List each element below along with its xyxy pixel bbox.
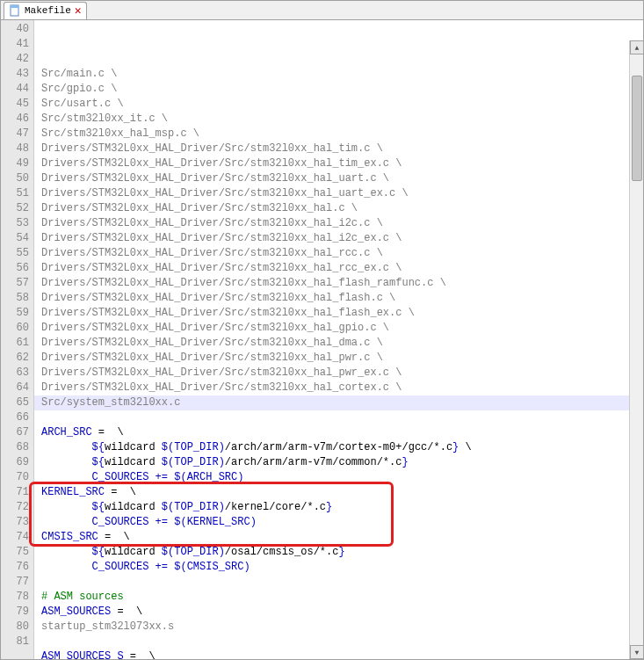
line-number: 42 bbox=[1, 52, 29, 67]
line-number: 72 bbox=[1, 500, 29, 515]
line-number: 67 bbox=[1, 425, 29, 440]
line-number: 54 bbox=[1, 231, 29, 246]
vertical-scrollbar[interactable]: ▲ ▼ bbox=[629, 40, 643, 659]
line-number: 52 bbox=[1, 201, 29, 216]
line-number: 68 bbox=[1, 440, 29, 455]
line-number-gutter: 4041424344454647484950515253545556575859… bbox=[1, 20, 34, 659]
code-line[interactable]: Drivers/STM32L0xx_HAL_Driver/Src/stm32l0… bbox=[41, 336, 643, 351]
line-number: 44 bbox=[1, 82, 29, 97]
close-icon[interactable]: ✕ bbox=[75, 4, 82, 18]
code-line[interactable]: Drivers/STM32L0xx_HAL_Driver/Src/stm32l0… bbox=[41, 261, 643, 276]
code-line[interactable]: Drivers/STM32L0xx_HAL_Driver/Src/stm32l0… bbox=[41, 141, 643, 156]
tab-title: Makefile bbox=[25, 5, 71, 16]
line-number: 53 bbox=[1, 216, 29, 231]
code-line[interactable]: Drivers/STM32L0xx_HAL_Driver/Src/stm32l0… bbox=[41, 321, 643, 336]
line-number: 45 bbox=[1, 97, 29, 112]
code-line[interactable]: ${wildcard $(TOP_DIR)/osal/cmsis_os/*.c} bbox=[41, 545, 643, 560]
code-line[interactable] bbox=[41, 575, 643, 590]
line-number: 63 bbox=[1, 366, 29, 381]
line-number: 76 bbox=[1, 560, 29, 575]
line-number: 62 bbox=[1, 351, 29, 366]
line-number: 50 bbox=[1, 171, 29, 186]
line-number: 49 bbox=[1, 156, 29, 171]
line-number: 74 bbox=[1, 530, 29, 545]
code-line[interactable]: ${wildcard $(TOP_DIR)/arch/arm/arm-v7m/c… bbox=[41, 440, 643, 455]
svg-rect-1 bbox=[11, 5, 18, 8]
line-number: 78 bbox=[1, 590, 29, 605]
line-number: 46 bbox=[1, 112, 29, 127]
code-line[interactable]: ASM_SOURCES = \ bbox=[41, 605, 643, 620]
line-number: 73 bbox=[1, 515, 29, 530]
line-number: 51 bbox=[1, 186, 29, 201]
code-line[interactable]: ASM_SOURCES_S = \ bbox=[41, 649, 643, 659]
code-line[interactable]: Drivers/STM32L0xx_HAL_Driver/Src/stm32l0… bbox=[41, 366, 643, 381]
line-number: 66 bbox=[1, 410, 29, 425]
code-area[interactable]: Src/main.c \Src/gpio.c \Src/usart.c \Src… bbox=[34, 20, 643, 659]
tab-bar: Makefile ✕ bbox=[1, 1, 643, 20]
line-number: 55 bbox=[1, 246, 29, 261]
line-number: 77 bbox=[1, 575, 29, 590]
line-number: 70 bbox=[1, 470, 29, 485]
line-number: 65 bbox=[1, 395, 29, 410]
code-line[interactable]: C_SOURCES += $(CMSIS_SRC) bbox=[41, 560, 643, 575]
file-tab[interactable]: Makefile ✕ bbox=[4, 2, 87, 19]
line-number: 61 bbox=[1, 336, 29, 351]
code-line[interactable]: Drivers/STM32L0xx_HAL_Driver/Src/stm32l0… bbox=[41, 381, 643, 395]
editor-body: 4041424344454647484950515253545556575859… bbox=[1, 20, 643, 659]
code-line[interactable]: # ASM sources bbox=[41, 590, 643, 605]
code-line[interactable]: C_SOURCES += $(ARCH_SRC) bbox=[41, 470, 643, 485]
line-number: 69 bbox=[1, 455, 29, 470]
line-number: 64 bbox=[1, 381, 29, 395]
code-line[interactable]: ARCH_SRC = \ bbox=[41, 425, 643, 440]
line-number: 71 bbox=[1, 485, 29, 500]
editor-window: Makefile ✕ 40414243444546474849505152535… bbox=[0, 0, 644, 660]
code-line[interactable]: Src/stm32l0xx_hal_msp.c \ bbox=[41, 127, 643, 141]
code-line[interactable] bbox=[41, 410, 643, 425]
line-number: 48 bbox=[1, 141, 29, 156]
code-line[interactable]: Src/usart.c \ bbox=[41, 97, 643, 112]
code-line[interactable]: Drivers/STM32L0xx_HAL_Driver/Src/stm32l0… bbox=[41, 216, 643, 231]
line-number: 56 bbox=[1, 261, 29, 276]
code-line[interactable]: Drivers/STM32L0xx_HAL_Driver/Src/stm32l0… bbox=[41, 306, 643, 321]
code-line[interactable]: Drivers/STM32L0xx_HAL_Driver/Src/stm32l0… bbox=[41, 201, 643, 216]
code-line[interactable]: Drivers/STM32L0xx_HAL_Driver/Src/stm32l0… bbox=[41, 156, 643, 171]
file-icon bbox=[9, 4, 21, 17]
line-number: 58 bbox=[1, 291, 29, 306]
code-line[interactable]: CMSIS_SRC = \ bbox=[41, 530, 643, 545]
code-line[interactable]: Src/stm32l0xx_it.c \ bbox=[41, 112, 643, 127]
code-line[interactable]: Src/main.c \ bbox=[41, 67, 643, 82]
line-number: 60 bbox=[1, 321, 29, 336]
line-number: 40 bbox=[1, 22, 29, 37]
code-line[interactable]: Drivers/STM32L0xx_HAL_Driver/Src/stm32l0… bbox=[41, 276, 643, 291]
code-line[interactable]: Src/gpio.c \ bbox=[41, 82, 643, 97]
line-number: 59 bbox=[1, 306, 29, 321]
code-line[interactable] bbox=[41, 635, 643, 649]
line-number: 75 bbox=[1, 545, 29, 560]
code-line[interactable]: Drivers/STM32L0xx_HAL_Driver/Src/stm32l0… bbox=[41, 171, 643, 186]
scroll-thumb[interactable] bbox=[632, 76, 642, 181]
code-line[interactable]: Drivers/STM32L0xx_HAL_Driver/Src/stm32l0… bbox=[41, 291, 643, 306]
code-line[interactable]: Src/system_stm32l0xx.c bbox=[34, 395, 643, 410]
code-line[interactable]: Drivers/STM32L0xx_HAL_Driver/Src/stm32l0… bbox=[41, 246, 643, 261]
code-line[interactable]: C_SOURCES += $(KERNEL_SRC) bbox=[41, 515, 643, 530]
line-number: 47 bbox=[1, 127, 29, 141]
code-line[interactable]: KERNEL_SRC = \ bbox=[41, 485, 643, 500]
line-number: 79 bbox=[1, 605, 29, 620]
line-number: 41 bbox=[1, 37, 29, 52]
code-line[interactable]: startup_stm32l073xx.s bbox=[41, 620, 643, 635]
line-number: 43 bbox=[1, 67, 29, 82]
line-number: 57 bbox=[1, 276, 29, 291]
code-line[interactable]: Drivers/STM32L0xx_HAL_Driver/Src/stm32l0… bbox=[41, 186, 643, 201]
line-number: 80 bbox=[1, 620, 29, 635]
scroll-down-button[interactable]: ▼ bbox=[630, 645, 643, 659]
code-line[interactable]: Drivers/STM32L0xx_HAL_Driver/Src/stm32l0… bbox=[41, 351, 643, 366]
scroll-up-button[interactable]: ▲ bbox=[630, 40, 643, 54]
line-number: 81 bbox=[1, 635, 29, 649]
code-line[interactable]: ${wildcard $(TOP_DIR)/arch/arm/arm-v7m/c… bbox=[41, 455, 643, 470]
code-line[interactable]: Drivers/STM32L0xx_HAL_Driver/Src/stm32l0… bbox=[41, 231, 643, 246]
code-line[interactable]: ${wildcard $(TOP_DIR)/kernel/core/*.c} bbox=[41, 500, 643, 515]
